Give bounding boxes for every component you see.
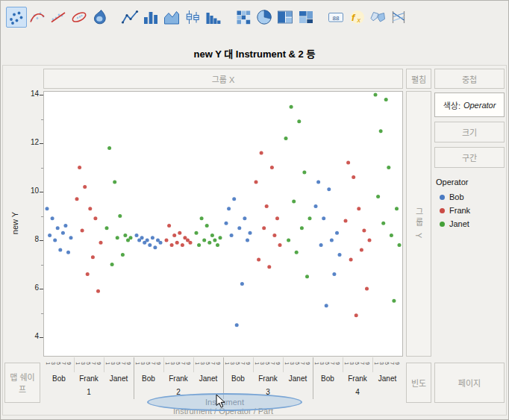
- data-point[interactable]: [243, 216, 246, 220]
- data-point[interactable]: [297, 119, 301, 123]
- data-point[interactable]: [237, 226, 241, 230]
- data-point[interactable]: [159, 241, 163, 245]
- tool-box-plot-icon[interactable]: [182, 7, 203, 28]
- data-point[interactable]: [365, 287, 369, 291]
- data-point[interactable]: [165, 239, 169, 242]
- data-point[interactable]: [355, 313, 358, 317]
- data-point[interactable]: [230, 233, 234, 237]
- tool-area-icon[interactable]: [161, 7, 182, 28]
- data-point[interactable]: [172, 233, 176, 237]
- data-point[interactable]: [302, 171, 306, 175]
- tool-bar-icon[interactable]: [140, 7, 161, 28]
- data-point[interactable]: [327, 187, 331, 191]
- data-point[interactable]: [379, 129, 383, 133]
- tool-histogram-icon[interactable]: [203, 7, 224, 28]
- data-point[interactable]: [93, 216, 97, 220]
- data-point[interactable]: [96, 289, 100, 293]
- data-point[interactable]: [170, 243, 174, 247]
- data-point[interactable]: [225, 222, 228, 225]
- data-point[interactable]: [325, 304, 328, 307]
- tool-line-of-fit-icon[interactable]: [48, 7, 69, 28]
- data-point[interactable]: [46, 207, 49, 210]
- data-point[interactable]: [78, 166, 81, 169]
- y-axis-title[interactable]: new Y: [10, 201, 19, 245]
- data-point[interactable]: [105, 226, 109, 230]
- data-point[interactable]: [116, 236, 119, 239]
- data-point[interactable]: [290, 105, 293, 109]
- data-point[interactable]: [56, 226, 60, 230]
- data-point[interactable]: [319, 243, 323, 247]
- data-point[interactable]: [357, 207, 360, 210]
- data-point[interactable]: [75, 197, 79, 201]
- legend-item-frank[interactable]: Frank: [436, 204, 506, 217]
- data-point[interactable]: [362, 229, 366, 233]
- data-point[interactable]: [272, 233, 276, 237]
- drop-zone-interval[interactable]: 구간: [434, 147, 505, 168]
- data-point[interactable]: [151, 236, 154, 239]
- data-point[interactable]: [69, 236, 73, 239]
- data-point[interactable]: [200, 216, 204, 220]
- data-point[interactable]: [219, 236, 222, 239]
- tool-mosaic-icon[interactable]: [296, 7, 316, 28]
- data-point[interactable]: [235, 323, 239, 327]
- data-point[interactable]: [257, 258, 260, 262]
- data-point[interactable]: [374, 93, 378, 97]
- data-point[interactable]: [88, 207, 92, 210]
- data-point[interactable]: [262, 226, 266, 230]
- data-point[interactable]: [338, 253, 342, 257]
- data-point[interactable]: [189, 241, 193, 245]
- drop-zone-frequency[interactable]: 빈도: [406, 363, 431, 403]
- data-point[interactable]: [249, 231, 252, 235]
- drop-zone-color[interactable]: 색상:Operator: [434, 93, 505, 117]
- data-point[interactable]: [314, 204, 318, 208]
- data-point[interactable]: [195, 231, 199, 235]
- data-point[interactable]: [246, 239, 249, 242]
- data-point[interactable]: [51, 216, 54, 220]
- data-point[interactable]: [322, 216, 325, 220]
- legend-item-janet[interactable]: Janet: [436, 217, 506, 231]
- data-point[interactable]: [135, 233, 139, 237]
- data-point[interactable]: [270, 166, 274, 169]
- data-point[interactable]: [113, 181, 116, 184]
- data-point[interactable]: [146, 239, 149, 242]
- data-point[interactable]: [392, 299, 396, 303]
- data-point[interactable]: [83, 185, 87, 189]
- data-point[interactable]: [110, 263, 114, 266]
- data-point[interactable]: [308, 216, 312, 220]
- data-point[interactable]: [66, 251, 70, 254]
- tool-map-shapes-icon[interactable]: [367, 7, 388, 28]
- data-point[interactable]: [384, 98, 388, 101]
- drop-zone-group-x[interactable]: 그룹 X: [43, 69, 403, 89]
- data-point[interactable]: [240, 282, 244, 286]
- drop-zone-overlay[interactable]: 중첩: [434, 69, 505, 89]
- data-point[interactable]: [207, 241, 211, 245]
- tool-ellipse-icon[interactable]: [69, 7, 90, 28]
- data-point[interactable]: [178, 231, 181, 235]
- data-point[interactable]: [86, 272, 90, 276]
- data-point[interactable]: [148, 243, 152, 247]
- data-point[interactable]: [395, 207, 399, 210]
- drop-zone-group-y[interactable]: 그룹 Y: [406, 91, 431, 357]
- data-point[interactable]: [335, 231, 339, 235]
- data-point[interactable]: [275, 216, 279, 220]
- data-point[interactable]: [265, 204, 269, 208]
- data-point[interactable]: [213, 239, 216, 242]
- data-point[interactable]: [63, 224, 67, 228]
- data-point[interactable]: [227, 207, 231, 210]
- data-point[interactable]: [129, 236, 133, 239]
- data-point[interactable]: [167, 224, 171, 228]
- data-point[interactable]: [260, 151, 263, 155]
- tool-formula-icon[interactable]: fx: [346, 7, 367, 28]
- data-point[interactable]: [284, 137, 288, 140]
- data-point[interactable]: [254, 181, 258, 184]
- data-point[interactable]: [123, 233, 127, 237]
- data-point[interactable]: [316, 181, 320, 184]
- data-point[interactable]: [349, 258, 353, 262]
- data-point[interactable]: [330, 239, 334, 242]
- data-point[interactable]: [121, 253, 125, 257]
- data-point[interactable]: [300, 226, 304, 230]
- data-point[interactable]: [387, 166, 390, 169]
- data-point[interactable]: [398, 243, 402, 247]
- data-point[interactable]: [376, 195, 380, 198]
- data-point[interactable]: [292, 200, 296, 204]
